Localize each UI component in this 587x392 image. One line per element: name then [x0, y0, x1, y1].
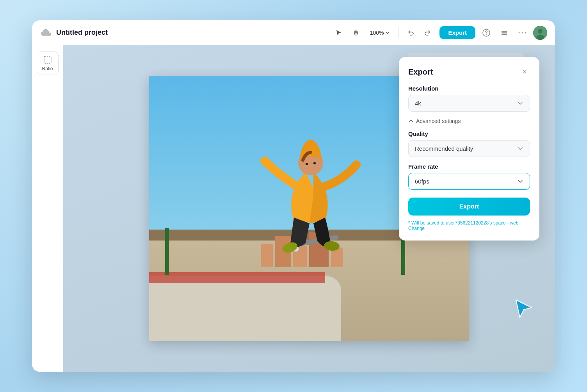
- resolution-select[interactable]: 4k: [408, 95, 530, 112]
- canvas-area: Export × Resolution 4k: [63, 45, 555, 372]
- undo-button[interactable]: [404, 26, 418, 40]
- framerate-select[interactable]: 60fps: [408, 173, 530, 190]
- toolbar-divider: [398, 27, 399, 38]
- advanced-settings-label: Advanced settings: [416, 118, 461, 124]
- resolution-label: Resolution: [408, 85, 530, 92]
- pole-left: [165, 228, 169, 275]
- svg-point-1: [486, 34, 487, 35]
- cursor-tool-button[interactable]: [332, 26, 346, 40]
- skateboarder: [245, 102, 378, 274]
- svg-rect-4: [502, 34, 507, 35]
- hand-tool-button[interactable]: [349, 26, 363, 40]
- app-window: Untitled project 100%: [32, 20, 555, 372]
- toolbar-right: Export: [439, 26, 547, 40]
- change-link[interactable]: Change: [408, 226, 425, 231]
- layers-button[interactable]: [497, 26, 511, 40]
- quality-select[interactable]: Recommended quality: [408, 140, 530, 157]
- framerate-section: Frame rate 60fps: [408, 163, 530, 190]
- toolbar-center: 100%: [332, 26, 435, 40]
- left-sidebar: Ratio: [32, 45, 63, 372]
- pole-right: [401, 236, 405, 275]
- svg-point-9: [538, 29, 543, 34]
- svg-rect-11: [44, 56, 51, 63]
- panel-header: Export ×: [408, 66, 530, 77]
- zoom-control[interactable]: 100%: [366, 27, 394, 38]
- export-action-button[interactable]: Export: [408, 198, 530, 216]
- svg-point-19: [313, 162, 316, 164]
- svg-point-18: [306, 163, 308, 165]
- resolution-chevron: [517, 100, 523, 107]
- ratio-label: Ratio: [42, 66, 53, 71]
- more-button[interactable]: [515, 26, 529, 40]
- svg-point-7: [525, 32, 526, 33]
- save-note: * Will be saved to user7356221120228's s…: [408, 220, 530, 231]
- svg-point-6: [522, 32, 523, 33]
- svg-point-5: [519, 32, 520, 33]
- zoom-value: 100%: [370, 30, 384, 36]
- cloud-icon: [40, 27, 52, 39]
- toolbar-left: Untitled project: [40, 27, 327, 39]
- save-note-text: * Will be saved to user7356221120228's s…: [408, 220, 518, 226]
- close-panel-button[interactable]: ×: [519, 66, 530, 77]
- help-button[interactable]: [479, 26, 493, 40]
- quality-section: Quality Recommended quality: [408, 130, 530, 157]
- redo-button[interactable]: [421, 26, 435, 40]
- quality-label: Quality: [408, 130, 530, 137]
- avatar[interactable]: [533, 26, 547, 40]
- svg-rect-3: [502, 32, 507, 34]
- panel-title: Export: [408, 68, 433, 77]
- export-button-header[interactable]: Export: [439, 26, 475, 39]
- framerate-label: Frame rate: [408, 163, 530, 170]
- ramp: [149, 275, 341, 341]
- framerate-value: 60fps: [415, 178, 429, 185]
- quality-value: Recommended quality: [415, 145, 473, 152]
- svg-rect-2: [502, 31, 507, 32]
- ratio-tool[interactable]: Ratio: [37, 52, 59, 75]
- resolution-value: 4k: [415, 100, 421, 107]
- export-panel: Export × Resolution 4k: [399, 57, 539, 241]
- toolbar: Untitled project 100%: [32, 20, 555, 45]
- main-content: Ratio: [32, 45, 555, 372]
- advanced-settings-toggle[interactable]: Advanced settings: [408, 118, 461, 124]
- project-title: Untitled project: [56, 29, 108, 37]
- quality-chevron: [517, 146, 523, 152]
- framerate-chevron: [517, 178, 523, 185]
- chevron-up-icon: [408, 118, 414, 124]
